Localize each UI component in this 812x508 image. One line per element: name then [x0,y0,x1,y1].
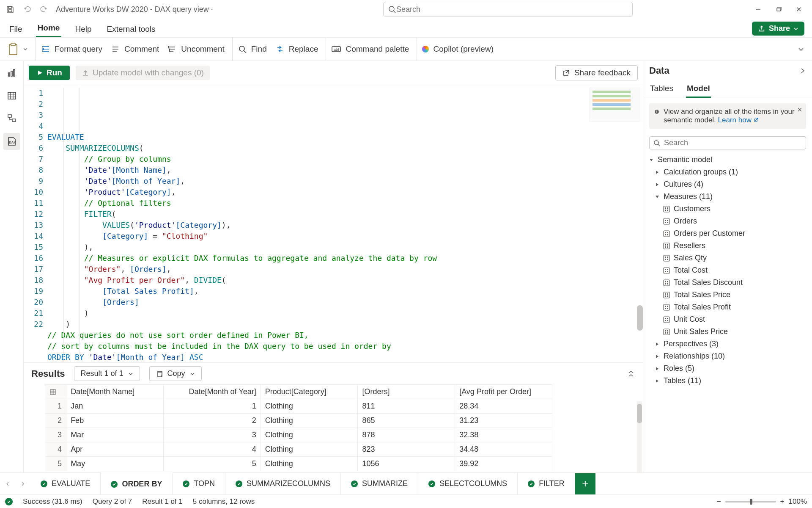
tree-relationships[interactable]: Relationships (10) [646,350,809,362]
paste-button[interactable] [8,43,28,55]
uncomment-button[interactable]: Uncomment [167,44,224,54]
zoom-out-icon[interactable]: − [717,497,721,506]
tabs-scroll-left-icon[interactable] [0,473,15,494]
query-tab[interactable]: SELECTCOLUMNS [418,473,518,494]
tab-model[interactable]: Model [686,80,711,98]
code-editor[interactable]: EVALUATE SUMMARIZECOLUMNS( // Group by c… [47,85,643,362]
share-feedback-button[interactable]: Share feedback [555,65,638,80]
search-icon [388,5,396,14]
measure-item[interactable]: Customers [646,203,809,215]
query-tab[interactable]: TOPN [173,473,225,494]
add-query-tab[interactable]: + [575,473,595,494]
copy-button[interactable]: Copy [149,366,202,381]
find-button[interactable]: Find [238,44,267,54]
chevron-down-icon [793,26,798,31]
query-tab[interactable]: ORDER BY [101,473,173,494]
svg-rect-15 [8,92,16,99]
svg-rect-41 [665,244,666,246]
redo-icon[interactable] [37,3,51,16]
table-row[interactable]: 3Mar3Clothing87832.38 [45,428,552,442]
table-row[interactable]: 5May5Clothing105639.92 [45,457,552,471]
dax-query-view-icon[interactable]: DAX [3,133,20,150]
menu-file[interactable]: File [8,21,24,37]
svg-rect-7 [11,43,15,46]
window-minimize-icon[interactable] [749,3,768,16]
column-header[interactable]: Date[Month Name] [66,385,164,399]
tree-perspectives[interactable]: Perspectives (3) [646,338,809,350]
table-view-icon[interactable] [3,87,20,104]
column-header[interactable]: [Orders] [358,385,455,399]
measure-item[interactable]: Unit Sales Price [646,326,809,338]
model-search-input[interactable] [664,138,802,147]
results-scrollbar[interactable] [637,401,642,472]
model-view-icon[interactable] [3,110,20,127]
measure-item[interactable]: Total Sales Price [646,289,809,301]
svg-rect-31 [665,220,666,221]
editor-scrollbar[interactable] [637,85,643,362]
svg-rect-35 [664,231,669,237]
tree-tables[interactable]: Tables (11) [646,375,809,387]
measure-item[interactable]: Orders [646,215,809,227]
measure-item[interactable]: Unit Cost [646,313,809,326]
expand-data-pane-icon[interactable] [799,67,806,74]
menu-help[interactable]: Help [73,21,93,37]
tree-calc-groups[interactable]: Calculation groups (1) [646,166,809,178]
global-search[interactable] [383,2,633,17]
tree-cultures[interactable]: Cultures (4) [646,178,809,190]
column-header[interactable]: [Avg Profit per Order] [455,385,552,399]
query-tab[interactable]: EVALUATE [30,473,101,494]
query-tab[interactable]: FILTER [518,473,575,494]
measure-item[interactable]: Total Sales Profit [646,301,809,313]
model-search[interactable] [649,136,806,149]
command-palette-button[interactable]: abI Command palette [331,44,409,54]
table-row[interactable]: 2Feb2Clothing86531.23 [45,414,552,428]
measure-item[interactable]: Sales Qty [646,252,809,264]
tab-tables[interactable]: Tables [649,80,674,98]
share-label: Share [769,24,790,33]
comment-button[interactable]: Comment [111,44,159,54]
menu-home[interactable]: Home [36,20,62,37]
global-search-input[interactable] [396,5,628,14]
tree-root[interactable]: Semantic model [646,154,809,166]
model-tree[interactable]: Semantic modelCalculation groups (1)Cult… [643,152,812,472]
close-icon[interactable] [797,107,803,113]
share-button[interactable]: Share [752,22,804,36]
collapse-results-icon[interactable] [627,370,635,378]
minimap[interactable] [590,88,640,121]
table-row[interactable]: 4Apr4Clothing82334.48 [45,442,552,457]
copilot-button[interactable]: Copilot (preview) [422,44,494,54]
query-tab[interactable]: SUMMARIZECOLUMNS [225,473,341,494]
replace-button[interactable]: Replace [275,44,318,54]
zoom-value: 100% [789,497,807,506]
menu-external-tools[interactable]: External tools [105,21,157,37]
window-restore-icon[interactable] [769,3,788,16]
measure-item[interactable]: Orders per Customer [646,227,809,240]
report-view-icon[interactable] [3,64,20,81]
format-query-button[interactable]: Format query [41,44,102,54]
window-close-icon[interactable] [789,3,809,16]
query-tab[interactable]: SUMMARIZE [341,473,418,494]
result-selector[interactable]: Result 1 of 1 [74,366,140,381]
search-icon [238,44,247,54]
save-icon[interactable] [3,3,17,16]
measure-item[interactable]: Total Sales Discount [646,276,809,289]
run-button[interactable]: Run [29,66,70,80]
results-table[interactable]: Date[Month Name]Date[Month of Year]Produ… [45,384,552,471]
window-title: Adventure Works DW 2020 - DAX query view… [56,5,213,14]
table-row[interactable]: 1Jan1Clothing81128.34 [45,399,552,414]
svg-rect-62 [667,293,668,295]
learn-how-link[interactable]: Learn how [718,116,759,124]
svg-rect-49 [667,259,668,260]
svg-rect-53 [665,271,666,272]
ribbon-collapse-icon[interactable] [798,46,804,52]
column-header[interactable]: Product[Category] [261,385,358,399]
undo-icon[interactable] [20,3,34,16]
tree-roles[interactable]: Roles (5) [646,362,809,375]
measure-item[interactable]: Resellers [646,240,809,252]
zoom-slider[interactable] [725,501,776,502]
tree-measures[interactable]: Measures (11) [646,190,809,203]
tabs-scroll-right-icon[interactable] [15,473,30,494]
column-header[interactable]: Date[Month of Year] [163,385,261,399]
zoom-in-icon[interactable]: + [780,497,785,506]
measure-item[interactable]: Total Cost [646,264,809,276]
